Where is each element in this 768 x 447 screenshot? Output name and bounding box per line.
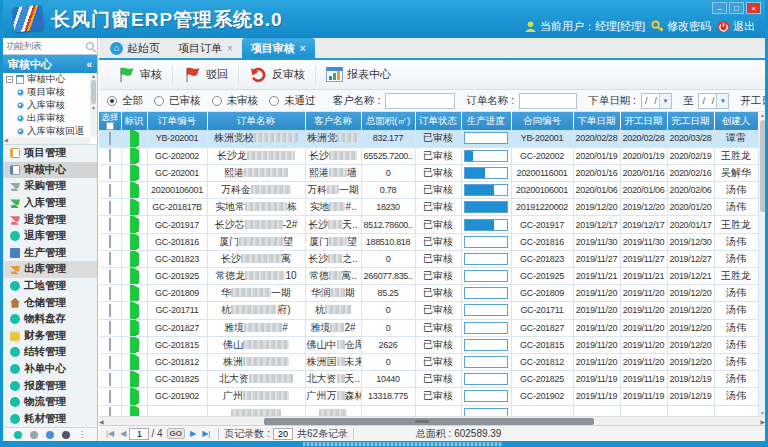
sidebar-item-审核中心[interactable]: 审核中心 (3, 162, 97, 179)
sidebar-item-退库管理[interactable]: 退库管理 (3, 228, 97, 245)
tree-vertical-scrollbar[interactable]: ▲ ▼ (90, 73, 97, 137)
scroll-up-icon[interactable]: ▲ (91, 73, 96, 79)
filter-radio-label-failed[interactable]: 未通过 (284, 94, 316, 108)
sidebar-item-物料盘存[interactable]: 物料盘存 (3, 311, 97, 328)
filter-radio-label-all[interactable]: 全部 (122, 94, 143, 108)
col-header-0[interactable]: 选择 (99, 112, 121, 130)
report-center-button[interactable]: 报表中心 (316, 63, 401, 87)
tree-root-audit-center[interactable]: − 审核中心 (3, 73, 90, 86)
tree-collapse-icon[interactable]: − (6, 76, 13, 83)
close-tab-icon[interactable]: × (227, 43, 233, 54)
close-button[interactable]: × (746, 2, 761, 14)
sidebar-item-项目管理[interactable]: 项目管理 (3, 145, 97, 162)
order-name-input[interactable] (519, 93, 577, 109)
reject-button[interactable]: 驳回 (173, 63, 238, 87)
row-checkbox[interactable] (109, 321, 111, 334)
row-checkbox[interactable] (109, 407, 111, 416)
sidebar-item-入库管理[interactable]: 入库管理 (3, 195, 97, 212)
filter-radio-audited[interactable] (154, 96, 164, 106)
table-row[interactable]: GC-201823长沙寓长沙之..0已审核GC-2018232019/11/27… (99, 250, 758, 267)
filter-radio-unaudited[interactable] (212, 96, 222, 106)
search-icon[interactable] (86, 42, 94, 50)
table-row[interactable]: GC-201917长沙芯-2#长沙天..8512.78600..已审核GC-20… (99, 216, 758, 233)
page-size-input[interactable] (273, 428, 293, 440)
calendar-dropdown-icon[interactable]: ▼ (716, 94, 728, 108)
logout-button[interactable]: 退出 (717, 19, 755, 34)
row-checkbox[interactable] (109, 149, 111, 162)
row-checkbox[interactable] (109, 201, 111, 214)
sidebar-item-报废管理[interactable]: 报废管理 (3, 377, 97, 394)
col-header-10[interactable]: 开工日期 (620, 112, 667, 130)
row-checkbox[interactable] (109, 270, 111, 283)
next-page-button[interactable]: ▶ (187, 429, 199, 438)
tree-item-2[interactable]: 出库审核 (3, 112, 90, 125)
col-header-7[interactable]: 生产进度 (461, 112, 511, 130)
filter-radio-label-audited[interactable]: 已审核 (169, 94, 201, 108)
last-page-button[interactable]: ▶| (199, 429, 213, 438)
row-checkbox[interactable] (109, 304, 111, 317)
tree-item-1[interactable]: 入库审核 (3, 99, 90, 112)
tree-item-0[interactable]: 项目审核 (3, 86, 90, 99)
table-row[interactable]: GC-201827雅境#雅境2#0已审核GC-2018272019/11/202… (99, 319, 758, 336)
row-checkbox[interactable] (109, 184, 111, 197)
minimize-button[interactable]: – (712, 2, 727, 14)
change-password-button[interactable]: 修改密码 (651, 19, 711, 34)
row-checkbox[interactable] (109, 390, 111, 403)
scrollbar-thumb[interactable] (264, 418, 594, 425)
cart-icon[interactable] (30, 431, 38, 439)
sidebar-item-补单中心[interactable]: 补单中心 (3, 361, 97, 378)
scroll-down-icon[interactable]: ▼ (91, 105, 96, 111)
tree-horizontal-scrollbar[interactable]: ◀ (3, 137, 90, 144)
dot-teal-icon[interactable] (14, 431, 22, 439)
scroll-left-icon[interactable]: ◀ (99, 418, 104, 425)
row-checkbox[interactable] (109, 373, 111, 386)
prev-page-button[interactable]: ◀ (117, 429, 129, 438)
scrollbar-thumb[interactable] (760, 120, 766, 212)
row-checkbox[interactable] (109, 166, 111, 179)
table-row[interactable] (99, 405, 758, 416)
sidebar-item-结转管理[interactable]: 结转管理 (3, 344, 97, 361)
row-checkbox[interactable] (109, 235, 111, 248)
filter-radio-label-unaudited[interactable]: 未审核 (227, 94, 259, 108)
row-checkbox[interactable] (109, 132, 111, 145)
table-vertical-scrollbar[interactable]: ▲ ▼ (759, 112, 766, 416)
table-row[interactable]: YB-202001株洲党校株洲党832.177已审核YB-2020012020/… (99, 130, 758, 147)
row-checkbox[interactable] (109, 287, 111, 300)
scroll-left-icon[interactable]: ◀ (4, 137, 8, 143)
select-all-checkbox[interactable] (106, 122, 114, 130)
sidebar-item-物流管理[interactable]: 物流管理 (3, 394, 97, 411)
col-header-4[interactable]: 客户名称 (305, 112, 361, 130)
table-row[interactable]: GC-201817B实地常栋实地#..18230已审核2019122000220… (99, 199, 758, 216)
function-search-input[interactable] (6, 41, 86, 51)
audit-button[interactable]: 审核 (107, 63, 172, 87)
scroll-up-icon[interactable]: ▲ (760, 112, 765, 118)
scroll-right-icon[interactable]: ▶ (760, 418, 765, 425)
sidebar-item-采购管理[interactable]: 采购管理 (3, 178, 97, 195)
table-row[interactable]: GC-201812株洲株洲国未来0已审核GC-2018122019/11/202… (99, 353, 758, 370)
sidebar-item-仓储管理[interactable]: 仓储管理 (3, 294, 97, 311)
table-row[interactable]: GC-201809华一期华润期85.25已审核GC-2018092019/11/… (99, 285, 758, 302)
table-horizontal-scrollbar[interactable]: ◀ ▶ (99, 416, 765, 425)
leaf-icon[interactable] (46, 431, 54, 439)
row-checkbox[interactable] (109, 252, 111, 265)
sidebar-item-出库管理[interactable]: 出库管理 (3, 261, 97, 278)
row-checkbox[interactable] (109, 338, 111, 351)
table-row[interactable]: GC-201925常德龙10常德寓..266077.835..已审核GC-201… (99, 268, 758, 285)
order-date-from-input[interactable]: / /▼ (641, 93, 672, 109)
tab-project-audit[interactable]: 项目审核× (242, 38, 315, 58)
col-header-2[interactable]: 订单编号 (147, 112, 207, 130)
table-row[interactable]: GC-201711杭府)杭0已审核GC-2017112019/11/202019… (99, 302, 758, 319)
table-row[interactable]: GC-201816厦门望厦门望188510.818已审核GC-201816201… (99, 233, 758, 250)
user-icon[interactable] (62, 431, 70, 439)
col-header-12[interactable]: 创建人 (714, 112, 758, 130)
tab-home[interactable]: ⌂起始页 (101, 38, 169, 58)
go-button[interactable]: GO (167, 428, 185, 439)
sidebar-item-耗材管理[interactable]: 耗材管理 (3, 411, 97, 428)
customer-name-input[interactable] (385, 93, 455, 109)
maximize-button[interactable]: □ (729, 2, 744, 14)
col-header-3[interactable]: 订单名称 (207, 112, 305, 130)
row-checkbox[interactable] (109, 218, 111, 231)
tab-project-orders[interactable]: 项目订单× (169, 38, 242, 58)
scroll-down-icon[interactable]: ▼ (760, 410, 765, 416)
col-header-1[interactable]: 标识 (121, 112, 147, 130)
